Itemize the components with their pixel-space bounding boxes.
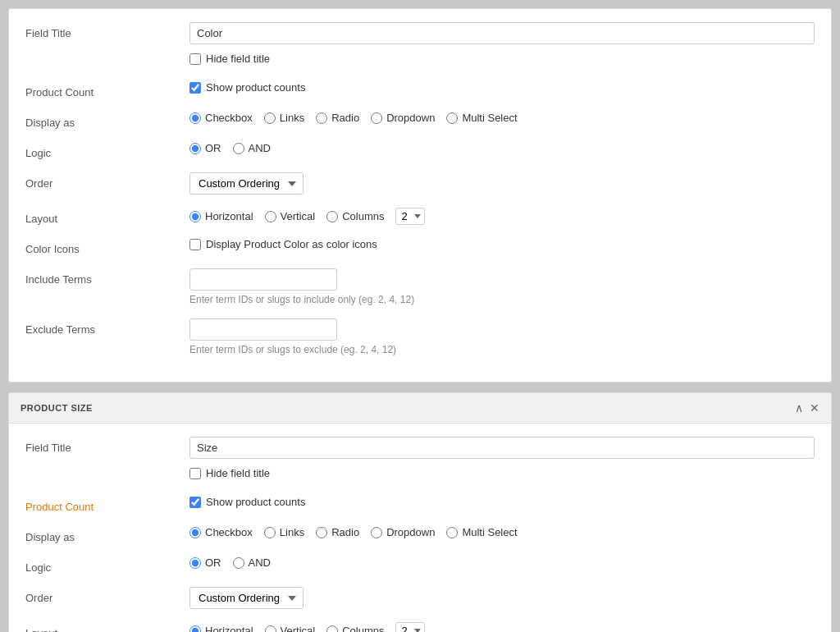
color-product-count-control: Show product counts	[189, 81, 815, 97]
color-display-links-radio[interactable]	[264, 112, 276, 124]
size-hide-field-title-label: Hide field title	[206, 467, 270, 479]
size-order-row: Order Custom Ordering Name ID Count Term…	[25, 587, 815, 609]
color-layout-vertical-radio[interactable]	[265, 211, 276, 222]
size-hide-field-title-checkbox[interactable]	[189, 468, 201, 479]
color-layout-vertical-option: Vertical	[265, 210, 316, 222]
size-layout-horizontal-option: Horizontal	[189, 625, 253, 632]
color-display-multiselect-option: Multi Select	[446, 112, 517, 124]
color-logic-or-radio[interactable]	[189, 143, 201, 154]
size-layout-label: Layout	[25, 622, 189, 632]
color-display-as-control: Checkbox Links Radio Dropdown	[189, 112, 815, 124]
size-field-title-input[interactable]	[189, 437, 815, 459]
color-display-checkbox-option: Checkbox	[189, 112, 253, 124]
size-layout-radio-group: Horizontal Vertical Columns 2 3 4	[189, 622, 815, 632]
color-display-radio-radio[interactable]	[316, 112, 327, 124]
color-order-select[interactable]: Custom Ordering Name ID Count Term Order	[189, 172, 304, 195]
color-logic-control: OR AND	[189, 142, 815, 154]
size-field-title-label: Field Title	[25, 437, 189, 454]
color-logic-radio-group: OR AND	[189, 142, 815, 154]
close-icon[interactable]: ✕	[810, 401, 819, 414]
product-size-panel-header: PRODUCT SIZE ∧ ✕	[9, 393, 831, 424]
color-display-dropdown-radio[interactable]	[371, 112, 382, 124]
color-icons-control: Display Product Color as color icons	[189, 238, 815, 254]
color-icons-row: Color Icons Display Product Color as col…	[25, 238, 815, 255]
color-layout-horizontal-label: Horizontal	[205, 210, 253, 222]
color-field-title-row: Field Title Hide field title	[25, 22, 815, 68]
size-display-radio-option: Radio	[316, 526, 359, 538]
collapse-icon[interactable]: ∧	[795, 401, 803, 414]
color-field-title-label: Field Title	[25, 22, 189, 39]
color-order-row: Order Custom Ordering Name ID Count Term…	[25, 172, 815, 195]
size-logic-row: Logic OR AND	[25, 556, 815, 574]
size-layout-vertical-radio[interactable]	[265, 625, 276, 633]
color-hide-field-title-row: Hide field title	[189, 53, 815, 65]
color-logic-and-label: AND	[249, 142, 271, 154]
size-layout-columns-radio[interactable]	[326, 625, 338, 633]
color-layout-columns-radio[interactable]	[326, 211, 338, 222]
size-display-links-option: Links	[264, 526, 304, 538]
size-display-checkbox-radio[interactable]	[189, 527, 201, 538]
size-display-radio-label: Radio	[331, 526, 359, 538]
color-layout-horizontal-radio[interactable]	[189, 211, 201, 222]
color-layout-control: Horizontal Vertical Columns 2 3 4	[189, 208, 815, 225]
color-order-label: Order	[25, 172, 189, 190]
size-logic-and-radio[interactable]	[233, 557, 244, 569]
size-hide-field-title-row: Hide field title	[189, 467, 815, 479]
color-hide-field-title-checkbox[interactable]	[189, 53, 201, 65]
color-display-checkbox-radio[interactable]	[189, 112, 201, 124]
color-display-multiselect-radio[interactable]	[446, 112, 458, 124]
color-display-dropdown-label: Dropdown	[386, 112, 435, 124]
color-panel-body: Field Title Hide field title Product Cou…	[9, 9, 831, 382]
color-include-terms-input[interactable]	[189, 268, 337, 291]
size-layout-vertical-option: Vertical	[265, 625, 316, 632]
color-exclude-terms-control: Enter term IDs or slugs to exclude (eg. …	[189, 318, 815, 355]
color-icons-label: Color Icons	[25, 238, 189, 255]
size-logic-control: OR AND	[189, 556, 815, 569]
color-field-title-control: Hide field title	[189, 22, 815, 68]
color-product-count-label: Product Count	[25, 81, 189, 98]
color-display-as-radio-group: Checkbox Links Radio Dropdown	[189, 112, 815, 124]
product-size-panel-body: Field Title Hide field title Product Cou…	[9, 424, 831, 632]
color-display-icons-checkbox[interactable]	[189, 239, 201, 250]
size-display-radio-radio[interactable]	[316, 527, 327, 538]
color-layout-label: Layout	[25, 208, 189, 225]
color-show-product-counts-row: Show product counts	[189, 81, 815, 94]
size-display-as-radio-group: Checkbox Links Radio Dropdown	[189, 526, 815, 538]
size-order-label: Order	[25, 587, 189, 604]
color-logic-row: Logic OR AND	[25, 142, 815, 159]
color-exclude-terms-input[interactable]	[189, 318, 337, 341]
size-display-multiselect-radio[interactable]	[446, 527, 458, 538]
size-layout-horizontal-label: Horizontal	[205, 625, 253, 632]
color-include-terms-control: Enter term IDs or slugs to include only …	[189, 268, 815, 305]
size-show-product-counts-row: Show product counts	[189, 496, 815, 508]
size-layout-horizontal-radio[interactable]	[189, 625, 201, 633]
size-field-title-control: Hide field title	[189, 437, 815, 483]
color-display-multiselect-label: Multi Select	[462, 112, 517, 124]
size-show-product-counts-checkbox[interactable]	[189, 497, 201, 508]
size-display-as-control: Checkbox Links Radio Dropdown	[189, 526, 815, 538]
color-logic-or-option: OR	[189, 142, 221, 154]
color-order-control: Custom Ordering Name ID Count Term Order	[189, 172, 815, 195]
color-show-product-counts-checkbox[interactable]	[189, 82, 201, 94]
size-order-select[interactable]: Custom Ordering Name ID Count Term Order	[189, 587, 304, 609]
color-include-terms-hint: Enter term IDs or slugs to include only …	[189, 294, 815, 305]
color-layout-radio-group: Horizontal Vertical Columns 2 3 4	[189, 208, 815, 225]
color-display-radio-label: Radio	[331, 112, 359, 124]
size-columns-select[interactable]: 2 3 4	[395, 622, 425, 632]
color-display-as-row: Display as Checkbox Links Radio	[25, 112, 815, 129]
color-columns-select[interactable]: 2 3 4	[395, 208, 425, 225]
color-logic-and-radio[interactable]	[233, 143, 244, 154]
size-display-as-label: Display as	[25, 526, 189, 543]
color-show-product-counts-label: Show product counts	[206, 81, 305, 94]
size-display-checkbox-option: Checkbox	[189, 526, 253, 538]
color-field-title-input[interactable]	[189, 22, 815, 44]
product-size-panel-title: PRODUCT SIZE	[21, 403, 93, 413]
size-product-count-label: Product Count	[25, 496, 189, 513]
size-display-links-radio[interactable]	[264, 527, 276, 538]
size-logic-and-label: AND	[249, 556, 271, 569]
color-logic-and-option: AND	[233, 142, 271, 154]
size-logic-or-radio[interactable]	[189, 557, 201, 569]
color-include-terms-label: Include Terms	[25, 268, 189, 286]
size-display-as-row: Display as Checkbox Links Radio	[25, 526, 815, 543]
size-display-dropdown-radio[interactable]	[371, 527, 382, 538]
